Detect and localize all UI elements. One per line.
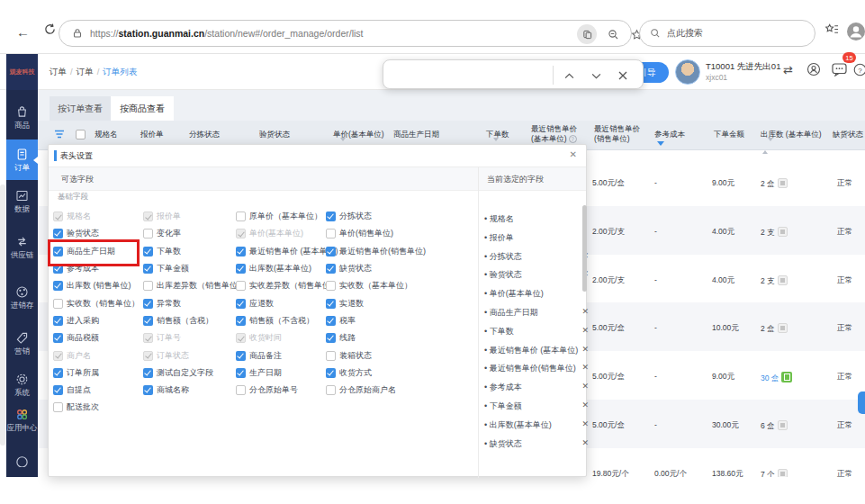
field-checkbox[interactable] (143, 316, 153, 326)
remove-field-icon[interactable]: ✕ (581, 307, 589, 316)
support-icon[interactable] (806, 62, 821, 76)
sidebar-item-doc[interactable]: 订单 (6, 140, 38, 180)
field-checkbox[interactable] (236, 299, 246, 309)
detail-icon[interactable] (778, 420, 788, 430)
field-checkbox[interactable] (53, 316, 63, 326)
switch-account-icon[interactable]: ⇄ (783, 63, 793, 76)
field-checkbox[interactable] (236, 351, 246, 361)
select-all-checkbox[interactable] (76, 130, 86, 140)
detail-icon[interactable] (778, 178, 788, 188)
sidebar-item-supply[interactable]: 供应链 (6, 230, 38, 261)
field-checkbox[interactable] (53, 299, 63, 309)
detail-icon[interactable] (778, 275, 788, 285)
sort-icon[interactable] (762, 141, 773, 150)
column-header[interactable]: 规格名 (95, 130, 118, 140)
column-header[interactable]: 最近销售单价(销售单位) (594, 124, 640, 144)
remove-field-icon[interactable]: ✕ (581, 438, 589, 447)
field-checkbox[interactable] (326, 333, 336, 343)
field-checkbox[interactable] (236, 264, 246, 274)
breadcrumb-item[interactable]: 订单 (77, 67, 94, 76)
field-checkbox[interactable] (53, 281, 63, 291)
field-checkbox[interactable] (326, 368, 336, 378)
floating-side-button[interactable] (858, 392, 865, 414)
remove-field-icon[interactable]: ✕ (581, 400, 589, 410)
partial-bottom-icon[interactable] (15, 454, 29, 467)
field-checkbox[interactable] (143, 264, 153, 274)
column-header[interactable]: 分拣状态 (189, 130, 220, 140)
field-checkbox[interactable] (236, 247, 246, 256)
remove-field-icon[interactable]: ✕ (581, 326, 589, 335)
field-checkbox[interactable] (53, 385, 63, 395)
column-header[interactable]: 参考成本 (654, 130, 685, 149)
field-checkbox[interactable] (143, 299, 153, 309)
translate-icon[interactable] (577, 24, 597, 44)
field-checkbox[interactable] (53, 402, 63, 412)
detail-icon[interactable] (778, 323, 788, 333)
sidebar-item-inventory[interactable]: 进销存 (6, 281, 38, 311)
column-header[interactable]: 商品生产日期 (393, 130, 439, 140)
field-checkbox[interactable] (236, 385, 246, 395)
field-checkbox[interactable] (326, 229, 336, 238)
column-header[interactable]: 验货状态 (259, 130, 290, 140)
find-prev-icon[interactable] (560, 67, 578, 85)
field-checkbox[interactable] (53, 247, 63, 256)
column-filter-icon[interactable] (54, 130, 65, 140)
sidebar-item-apps[interactable]: 应用中心 (6, 403, 38, 434)
column-header[interactable]: 缺货状态 (833, 130, 863, 140)
column-header[interactable]: 最近销售单价(基本单位)? (531, 124, 577, 144)
field-checkbox[interactable] (326, 351, 336, 361)
favorites-bar-icon[interactable] (824, 22, 839, 36)
tab-order-view[interactable]: 按订单查看 (50, 96, 111, 121)
modal-close-icon[interactable]: ✕ (570, 149, 577, 159)
field-checkbox[interactable] (326, 281, 336, 291)
field-checkbox[interactable] (326, 299, 336, 309)
remove-field-icon[interactable]: ✕ (581, 345, 589, 354)
column-header[interactable]: 出库数 (基本单位) (761, 130, 822, 150)
field-checkbox[interactable] (236, 212, 246, 221)
left-scroll-strip[interactable] (0, 184, 5, 446)
remove-field-icon[interactable]: ✕ (581, 382, 589, 391)
field-checkbox[interactable] (326, 247, 336, 256)
saved-icon[interactable] (781, 372, 792, 382)
remove-field-icon[interactable]: ✕ (581, 363, 589, 372)
find-next-icon[interactable] (587, 67, 605, 85)
find-close-icon[interactable] (614, 67, 632, 85)
sidebar-item-chart[interactable]: 数据 (6, 184, 38, 215)
sidebar-item-gear[interactable]: 系统 (6, 368, 38, 399)
url-bar[interactable]: https://station.guanmai.cn/station/new#/… (59, 20, 632, 47)
column-header[interactable]: 报价单 (140, 130, 164, 140)
detail-icon[interactable] (778, 227, 788, 237)
field-checkbox[interactable] (236, 316, 246, 326)
user-avatar[interactable] (675, 59, 700, 85)
field-checkbox[interactable] (53, 333, 63, 343)
breadcrumb-item[interactable]: 订单 (50, 67, 67, 76)
field-checkbox[interactable] (143, 247, 153, 256)
more-menu-icon[interactable]: ⋮ (861, 61, 865, 76)
messages-icon[interactable] (832, 63, 847, 76)
field-checkbox[interactable] (53, 229, 63, 238)
selected-list-scrollbar[interactable] (582, 205, 587, 292)
column-header[interactable]: 下单金额 (714, 130, 744, 140)
sidebar-item-tag[interactable]: 营销 (6, 327, 38, 357)
field-checkbox[interactable] (326, 264, 336, 274)
field-checkbox[interactable] (326, 212, 336, 221)
detail-icon[interactable] (778, 469, 788, 477)
chrome-search-box[interactable]: 点此搜索 (639, 20, 815, 47)
field-checkbox[interactable] (143, 281, 153, 291)
reload-icon[interactable] (43, 22, 57, 36)
back-icon[interactable]: ← (16, 24, 30, 40)
field-checkbox[interactable] (236, 281, 246, 291)
tab-product-view[interactable]: 按商品查看 (111, 96, 174, 121)
sort-caret-icon[interactable] (657, 141, 664, 149)
field-checkbox[interactable] (143, 229, 153, 238)
profile-avatar-icon[interactable] (846, 22, 865, 41)
field-checkbox[interactable] (236, 368, 246, 378)
field-checkbox[interactable] (326, 385, 336, 395)
field-checkbox[interactable] (53, 368, 63, 378)
zoom-out-icon[interactable] (603, 24, 623, 44)
field-checkbox[interactable] (143, 385, 153, 395)
field-checkbox[interactable] (326, 316, 336, 326)
field-checkbox[interactable] (143, 368, 153, 378)
remove-field-icon[interactable]: ✕ (581, 419, 589, 428)
sidebar-item-bag[interactable]: 商品 (6, 101, 38, 131)
